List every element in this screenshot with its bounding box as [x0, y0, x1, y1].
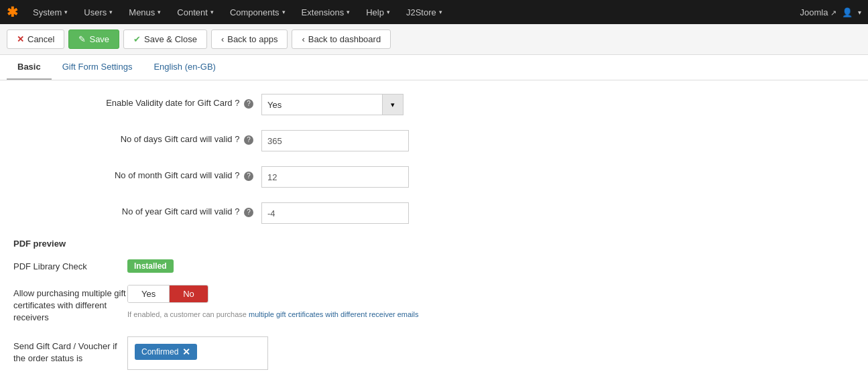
enable-validity-help-icon[interactable]: ?	[244, 99, 253, 109]
user-icon[interactable]: 👤	[842, 7, 853, 17]
enable-validity-select-wrapper: Yes ▾	[261, 94, 543, 115]
days-label: No of days Gift card will valid ? ?	[13, 130, 261, 145]
extensions-arrow: ▾	[347, 9, 350, 15]
pdf-section-title: PDF preview	[13, 239, 855, 249]
save-button[interactable]: ✎ Save	[68, 29, 119, 49]
pdf-library-label: PDF Library Check	[13, 261, 127, 271]
years-row: No of year Gift card will valid ? ?	[13, 202, 855, 224]
save-close-button[interactable]: ✔ Save & Close	[123, 29, 207, 49]
nav-content[interactable]: Content ▾	[170, 0, 221, 24]
back-apps-icon: ‹	[221, 34, 224, 44]
confirmed-remove-icon[interactable]: ✕	[182, 346, 190, 357]
users-arrow: ▾	[109, 9, 113, 15]
days-help-icon[interactable]: ?	[244, 135, 253, 145]
tab-english[interactable]: English (en-GB)	[143, 55, 226, 80]
years-help-icon[interactable]: ?	[244, 208, 253, 217]
content-arrow: ▾	[210, 9, 214, 15]
months-row: No of month Gift card will valid ? ?	[13, 166, 855, 188]
send-gift-row: Send Gift Card / Voucher if the order st…	[13, 336, 855, 370]
back-dash-icon: ‹	[302, 34, 304, 44]
toolbar: ✕ Cancel ✎ Save ✔ Save & Close ‹ Back to…	[0, 24, 868, 55]
menus-arrow: ▾	[158, 9, 161, 15]
toggle-no-button[interactable]: No	[170, 285, 208, 302]
send-gift-label: Send Gift Card / Voucher if the order st…	[13, 336, 127, 365]
components-arrow: ▾	[282, 9, 286, 15]
toggle-hint-highlight: multiple gift certificates with differen…	[249, 310, 419, 318]
nav-help[interactable]: Help ▾	[359, 0, 397, 24]
toggle-yes-button[interactable]: Yes	[128, 285, 170, 302]
back-to-dashboard-button[interactable]: ‹ Back to dashboard	[292, 29, 391, 49]
toggle-hint: If enabled, a customer can purchase mult…	[127, 310, 419, 318]
checkmark-icon: ✔	[133, 34, 141, 44]
system-arrow: ▾	[64, 9, 68, 15]
months-help-icon[interactable]: ?	[244, 172, 253, 181]
back-to-apps-button[interactable]: ‹ Back to apps	[211, 29, 288, 49]
j2store-arrow: ▾	[439, 9, 442, 15]
enable-validity-dropdown-button[interactable]: ▾	[382, 94, 404, 115]
allow-multiple-control: Yes No If enabled, a customer can purcha…	[127, 285, 419, 318]
nav-right: Joomla ↗ 👤 ▾	[800, 7, 861, 17]
order-status-box[interactable]: Confirmed ✕	[127, 336, 268, 370]
tab-gift-form-settings[interactable]: Gift Form Settings	[52, 55, 143, 80]
joomla-link[interactable]: Joomla ↗	[800, 7, 836, 17]
years-input[interactable]	[261, 202, 409, 224]
months-control	[261, 166, 543, 188]
days-row: No of days Gift card will valid ? ?	[13, 130, 855, 151]
allow-multiple-row: Allow purchasing multiple gift certifica…	[13, 285, 855, 324]
main-content: Enable Validity date for Gift Card ? ? Y…	[0, 80, 868, 382]
pdf-library-row: PDF Library Check Installed	[13, 259, 855, 273]
days-control	[261, 130, 543, 151]
nav-j2store[interactable]: J2Store ▾	[399, 0, 449, 24]
top-navigation: ✱ System ▾ Users ▾ Menus ▾ Content ▾ Com…	[0, 0, 868, 24]
months-input[interactable]	[261, 166, 409, 188]
external-link-icon: ↗	[830, 9, 836, 17]
nav-users[interactable]: Users ▾	[77, 0, 119, 24]
months-label: No of month Gift card will valid ? ?	[13, 166, 261, 181]
brand-logo: ✱	[7, 4, 18, 20]
tab-basic[interactable]: Basic	[7, 55, 52, 80]
user-dropdown-arrow[interactable]: ▾	[858, 9, 861, 16]
confirmed-tag: Confirmed ✕	[135, 344, 197, 360]
enable-validity-label: Enable Validity date for Gift Card ? ?	[13, 94, 261, 109]
enable-validity-control: Yes ▾	[261, 94, 543, 115]
allow-multiple-label: Allow purchasing multiple gift certifica…	[13, 285, 127, 324]
enable-validity-select-display: Yes	[261, 94, 382, 115]
nav-menus[interactable]: Menus ▾	[122, 0, 168, 24]
days-input[interactable]	[261, 130, 409, 151]
enable-validity-row: Enable Validity date for Gift Card ? ? Y…	[13, 94, 855, 115]
cancel-icon: ✕	[17, 34, 24, 44]
allow-multiple-toggle: Yes No	[127, 285, 208, 303]
cancel-button[interactable]: ✕ Cancel	[7, 29, 64, 49]
help-arrow: ▾	[387, 9, 390, 15]
save-icon: ✎	[78, 34, 86, 44]
nav-system[interactable]: System ▾	[26, 0, 74, 24]
tabs-bar: Basic Gift Form Settings English (en-GB)	[0, 55, 868, 80]
years-control	[261, 202, 543, 224]
nav-components[interactable]: Components ▾	[223, 0, 292, 24]
pdf-library-status-badge: Installed	[127, 259, 174, 273]
nav-extensions[interactable]: Extensions ▾	[295, 0, 357, 24]
years-label: No of year Gift card will valid ? ?	[13, 202, 261, 217]
